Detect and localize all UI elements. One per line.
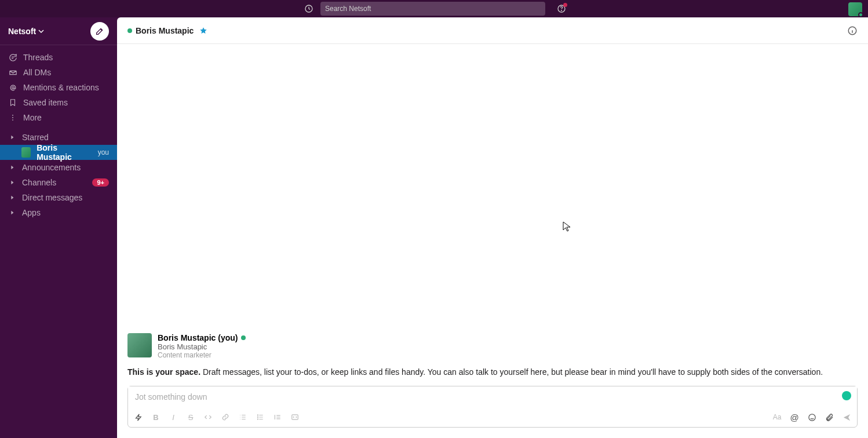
- workspace-name: Netsoft: [8, 27, 36, 36]
- channel-header: Boris Mustapic: [117, 17, 868, 44]
- sidebar-mentions[interactable]: Mentions & reactions: [0, 80, 117, 95]
- text-format-icon[interactable]: Aa: [772, 413, 782, 422]
- bookmark-icon: [8, 98, 17, 107]
- help-icon[interactable]: [557, 4, 566, 13]
- topbar: [0, 0, 868, 17]
- intro-text: This is your space. Draft messages, list…: [127, 367, 858, 377]
- link-icon[interactable]: [221, 413, 230, 422]
- nav-label: Channels: [22, 178, 56, 187]
- notification-dot: [563, 3, 567, 7]
- message-composer: B I S Aa @: [127, 386, 858, 428]
- caret-icon: [8, 210, 16, 215]
- emoji-icon[interactable]: [807, 413, 816, 422]
- nav-label: Threads: [23, 53, 53, 62]
- svg-point-4: [12, 115, 13, 116]
- nav-label: Direct messages: [22, 193, 82, 202]
- list-ordered-icon[interactable]: [238, 413, 247, 422]
- more-icon: [8, 113, 17, 122]
- intro-rest: Draft messages, list your to-dos, or kee…: [200, 367, 823, 377]
- mention-icon[interactable]: @: [790, 413, 799, 422]
- workspace-switcher[interactable]: Netsoft: [8, 27, 44, 36]
- shortcuts-icon[interactable]: [134, 413, 143, 422]
- strikethrough-icon[interactable]: S: [186, 413, 195, 422]
- list-bullet-icon[interactable]: [256, 413, 265, 422]
- nav-label: Starred: [22, 133, 49, 142]
- profile-avatar[interactable]: [127, 333, 152, 357]
- sidebar-all-dms[interactable]: All DMs: [0, 65, 117, 80]
- italic-icon[interactable]: I: [169, 413, 178, 422]
- sidebar-direct-messages[interactable]: Direct messages: [0, 190, 117, 205]
- grammarly-icon[interactable]: [842, 391, 851, 400]
- sidebar-announcements[interactable]: Announcements: [0, 160, 117, 175]
- content-area: Boris Mustapic Boris Mustapic (you) Bori…: [117, 17, 868, 438]
- nav-label: Boris Mustapic: [37, 143, 89, 162]
- message-input[interactable]: [128, 386, 857, 407]
- info-icon[interactable]: [847, 25, 858, 36]
- sidebar-saved[interactable]: Saved items: [0, 95, 117, 110]
- nav-label: More: [23, 113, 42, 122]
- send-icon[interactable]: [842, 413, 851, 422]
- workspace-header: Netsoft: [0, 17, 117, 45]
- sidebar-channels[interactable]: Channels 9+: [0, 175, 117, 190]
- sidebar-threads[interactable]: Threads: [0, 50, 117, 65]
- bold-icon[interactable]: B: [151, 413, 161, 422]
- sidebar-self-dm[interactable]: Boris Mustapic you: [0, 145, 117, 160]
- caret-icon: [8, 165, 16, 170]
- sidebar-apps[interactable]: Apps: [0, 205, 117, 220]
- blockquote-icon[interactable]: [273, 413, 282, 422]
- caret-icon: [8, 135, 16, 140]
- presence-indicator: [127, 28, 132, 33]
- channel-name[interactable]: Boris Mustapic: [136, 26, 194, 35]
- mentions-icon: [8, 83, 17, 92]
- star-icon[interactable]: [199, 27, 207, 35]
- attachment-icon[interactable]: [825, 413, 834, 422]
- caret-icon: [8, 195, 16, 200]
- dms-icon: [8, 68, 17, 77]
- threads-icon: [8, 53, 17, 62]
- nav-label: Saved items: [23, 98, 68, 107]
- svg-point-9: [257, 417, 258, 417]
- caret-icon: [8, 180, 16, 185]
- user-avatar[interactable]: [848, 2, 862, 16]
- composer-toolbar: B I S Aa @: [128, 407, 857, 427]
- you-tag: you: [98, 148, 109, 156]
- svg-point-5: [12, 117, 13, 118]
- profile-block: Boris Mustapic (you) Boris Mustapic Cont…: [127, 333, 858, 359]
- avatar-icon: [21, 147, 31, 158]
- svg-point-12: [808, 414, 815, 420]
- codeblock-icon[interactable]: [290, 413, 300, 422]
- svg-point-10: [257, 419, 258, 419]
- presence-dot: [858, 12, 863, 17]
- code-icon[interactable]: [203, 413, 213, 422]
- sidebar-more[interactable]: More: [0, 110, 117, 125]
- profile-subname: Boris Mustapic: [158, 342, 246, 351]
- nav-label: Apps: [22, 208, 41, 217]
- search-input[interactable]: [320, 2, 545, 16]
- profile-name: Boris Mustapic (you): [158, 333, 238, 342]
- profile-role: Content marketer: [158, 351, 246, 359]
- history-icon[interactable]: [302, 2, 316, 16]
- svg-point-8: [257, 415, 258, 415]
- intro-bold: This is your space.: [127, 367, 200, 377]
- unread-badge: 9+: [92, 178, 109, 187]
- nav-label: Announcements: [22, 163, 81, 172]
- nav-label: All DMs: [23, 68, 51, 77]
- svg-point-6: [12, 119, 13, 121]
- presence-indicator: [241, 335, 246, 340]
- compose-button[interactable]: [90, 22, 109, 41]
- sidebar: Netsoft Threads All DMs Mentions & react…: [0, 17, 117, 438]
- svg-point-2: [561, 10, 562, 11]
- nav-label: Mentions & reactions: [23, 83, 99, 92]
